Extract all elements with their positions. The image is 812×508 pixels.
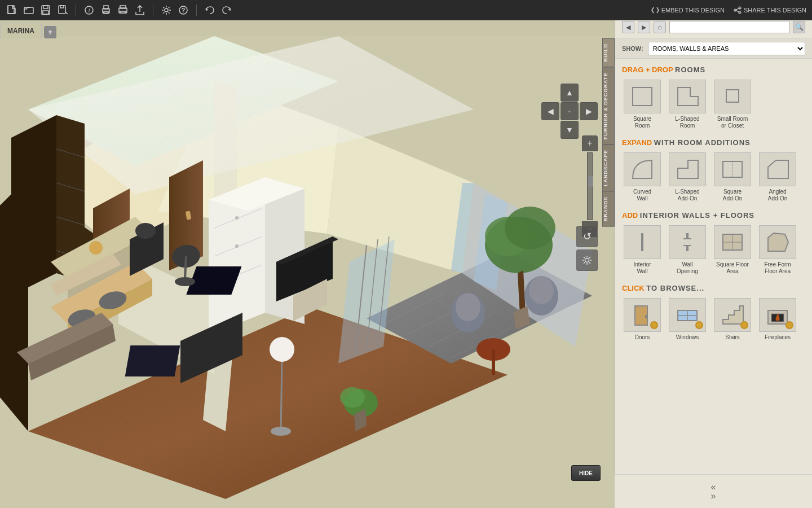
interior-wall-item[interactable]: InteriorWall — [622, 225, 663, 275]
collapse-up-button[interactable]: « — [711, 483, 716, 492]
svg-point-95 — [340, 387, 365, 408]
square-addon-icon-box — [714, 152, 751, 186]
svg-rect-6 — [60, 6, 64, 8]
svg-point-86 — [270, 337, 294, 362]
settings-icon[interactable] — [160, 4, 173, 16]
rotate-button[interactable]: ↺ — [576, 226, 598, 247]
svg-rect-119 — [726, 90, 739, 102]
square-floor-area-label: Square FloorArea — [716, 261, 749, 275]
undo-icon[interactable] — [204, 4, 216, 16]
panel-search-input[interactable] — [669, 21, 789, 33]
export-icon[interactable] — [134, 4, 146, 16]
canvas-area[interactable] — [0, 36, 615, 508]
print-icon[interactable] — [100, 4, 112, 16]
panel-collapse: « » — [615, 474, 812, 508]
zoom-track[interactable] — [587, 152, 593, 220]
zoom-controls: + − — [582, 135, 598, 237]
wall-opening-label: WallOpening — [677, 261, 698, 275]
doors-browse-item[interactable]: Doors — [622, 298, 663, 341]
wall-opening-item[interactable]: WallOpening — [667, 225, 708, 275]
open-icon[interactable] — [23, 4, 35, 16]
info-icon[interactable]: i — [83, 4, 95, 16]
print2-icon[interactable] — [117, 4, 129, 16]
square-addon-item[interactable]: SquareAdd-On — [712, 152, 753, 202]
toolbar-separator-3 — [196, 5, 197, 16]
embed-btn[interactable]: EMBED THIS DESIGN — [651, 6, 725, 14]
zoom-in-button[interactable]: + — [582, 135, 598, 151]
windows-browse-item[interactable]: Windows — [667, 298, 708, 341]
nav-up-button[interactable]: ▲ — [561, 84, 579, 102]
save-as-icon[interactable] — [56, 4, 69, 16]
tab-marina[interactable]: MARINA — [0, 23, 42, 38]
l-shaped-room-icon-box — [669, 80, 706, 113]
interior-walls-grid: InteriorWall WallOpening — [622, 225, 805, 275]
panel-back-button[interactable]: ◀ — [622, 21, 634, 33]
nav-center-button[interactable]: ● — [561, 102, 579, 120]
tab-add-button[interactable]: + — [44, 26, 56, 38]
small-room-item[interactable]: Small Roomor Closet — [712, 80, 753, 129]
svg-rect-12 — [104, 11, 108, 14]
svg-rect-121 — [723, 161, 742, 177]
svg-point-110 — [175, 277, 195, 286]
section-browse-heading: CLICK TO BROWSE... — [622, 284, 805, 292]
extra-controls: ↺ — [576, 226, 598, 271]
side-tab-landscape[interactable]: LANDSCAPE — [602, 144, 615, 191]
stairs-icon-box — [714, 298, 751, 332]
toolbar-separator-1 — [76, 5, 76, 16]
nav-down-button[interactable]: ▼ — [561, 121, 579, 139]
panel-content: DRAG + DROP ROOMS SquareRoom — [615, 59, 812, 488]
svg-line-109 — [185, 256, 186, 279]
windows-label: Windows — [676, 334, 699, 341]
svg-rect-14 — [120, 6, 126, 8]
panel-home-button[interactable]: ⌂ — [654, 21, 666, 33]
curved-wall-item[interactable]: CurvedWall — [622, 152, 663, 202]
stairs-browse-item[interactable]: Stairs — [712, 298, 753, 341]
section-expand-heading: EXPAND WITH ROOM ADDITIONS — [622, 138, 805, 147]
redo-icon[interactable] — [220, 4, 233, 16]
panel-search-button[interactable]: 🔍 — [793, 21, 805, 33]
panel-forward-button[interactable]: ▶ — [638, 21, 650, 33]
settings-overlay-button[interactable] — [576, 249, 598, 271]
svg-rect-3 — [43, 6, 48, 8]
free-form-floor-area-item[interactable]: Free-FormFloor Area — [757, 225, 798, 275]
new-icon[interactable] — [6, 4, 18, 16]
svg-point-98 — [456, 293, 480, 321]
square-room-item[interactable]: SquareRoom — [622, 80, 663, 129]
right-panel: Untitled Design i ✕ ◀ ▶ ⌂ 🔍 SHOW: ROOMS,… — [615, 0, 812, 508]
free-form-floor-area-icon-box — [759, 225, 796, 259]
fireplaces-icon-box — [759, 298, 796, 332]
angled-addon-label: AngledAdd-On — [768, 189, 787, 202]
svg-marker-120 — [678, 160, 698, 178]
nav-right-button[interactable]: ▶ — [580, 102, 598, 120]
stairs-label: Stairs — [725, 334, 740, 341]
zoom-thumb — [588, 176, 593, 187]
svg-marker-138 — [723, 306, 743, 324]
side-tab-furnish[interactable]: FURNISH & DECORATE — [602, 67, 615, 144]
nav-left-button[interactable]: ◀ — [541, 102, 559, 120]
fireplaces-browse-item[interactable]: Fireplaces — [757, 298, 798, 341]
l-shaped-room-item[interactable]: L-ShapedRoom — [667, 80, 708, 129]
show-dropdown[interactable]: ROOMS, WALLS & AREAS — [648, 42, 805, 55]
svg-text:?: ? — [182, 7, 186, 14]
floor-plan-scene — [0, 36, 615, 508]
hide-button[interactable]: HIDE — [571, 465, 601, 481]
toolbar-separator-2 — [153, 5, 153, 16]
save-icon[interactable] — [39, 4, 52, 16]
l-shaped-addon-item[interactable]: L-ShapedAdd-On — [667, 152, 708, 202]
square-addon-label: SquareAdd-On — [723, 189, 742, 202]
square-floor-area-item[interactable]: Square FloorArea — [712, 225, 753, 275]
side-tabs: BUILD FURNISH & DECORATE LANDSCAPE BRAND… — [602, 38, 615, 226]
curved-wall-icon-box — [624, 152, 661, 186]
side-tab-brands[interactable]: BRANDS — [602, 191, 615, 227]
svg-point-91 — [505, 207, 555, 249]
svg-point-72 — [235, 244, 239, 248]
small-room-icon-box — [714, 80, 751, 113]
side-tab-build[interactable]: BUILD — [602, 38, 615, 67]
help-icon[interactable]: ? — [177, 4, 189, 16]
collapse-down-button[interactable]: » — [711, 492, 716, 501]
doors-icon-box — [624, 298, 661, 332]
share-btn[interactable]: SHARE THIS DESIGN — [734, 6, 806, 14]
angled-addon-item[interactable]: AngledAdd-On — [757, 152, 798, 202]
tabbar: MARINA + — [0, 20, 226, 38]
navigation-controls: ▲ ◀ ● ▶ ▼ — [541, 84, 598, 139]
